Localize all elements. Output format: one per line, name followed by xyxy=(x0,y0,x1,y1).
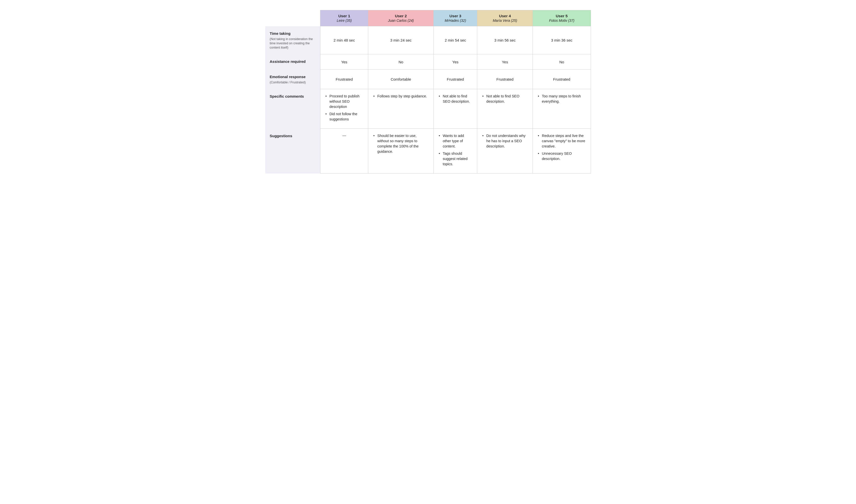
comments-user3-list: Not able to find SEO description. xyxy=(439,94,472,104)
suggestions-user1: — xyxy=(320,129,368,174)
user1-header: User 1 Leire (35) xyxy=(320,10,368,26)
suggestions-title: Suggestions xyxy=(270,134,316,138)
user2-detail: Juan Carlos (24) xyxy=(388,19,414,22)
suggestions-user4: Do not understands why he has to input a… xyxy=(477,129,533,174)
comments-row: Specific comments Proceed to publish wit… xyxy=(265,89,591,129)
suggestions-user5: Reduce steps and live the canvas "empty"… xyxy=(533,129,591,174)
emotional-label-cell: Emotional response (Comfortable / Frustr… xyxy=(265,70,320,89)
user2-header: User 2 Juan Carlos (24) xyxy=(368,10,434,26)
time-taking-label-cell: Time taking (Not taking in consideration… xyxy=(265,26,320,54)
list-item: Unnecessary SEO description. xyxy=(538,151,586,161)
assistance-row: Assistance required Yes No Yes Yes No xyxy=(265,54,591,70)
time-taking-title: Time taking xyxy=(270,31,316,36)
assistance-title: Assistance required xyxy=(270,59,316,64)
emotional-user4: Frustrated xyxy=(477,70,533,89)
emotional-row: Emotional response (Comfortable / Frustr… xyxy=(265,70,591,89)
assistance-user5: No xyxy=(533,54,591,70)
suggestions-row: Suggestions — Should be easier to use, w… xyxy=(265,129,591,174)
user4-detail: María Vera (25) xyxy=(493,19,517,22)
list-item: Proceed to publish without SEO descripti… xyxy=(326,94,363,109)
comments-label-cell: Specific comments xyxy=(265,89,320,129)
emotional-user2: Comfortable xyxy=(368,70,434,89)
comments-user4-list: Not able to find SEO description. xyxy=(482,94,528,104)
list-item: Reduce steps and live the canvas "empty"… xyxy=(538,133,586,149)
emotional-user3: Frustrated xyxy=(434,70,477,89)
comments-user2: Follows step by step guidance. xyxy=(368,89,434,129)
time-taking-user3: 2 min 54 sec xyxy=(434,26,477,54)
comments-user1-list: Proceed to publish without SEO descripti… xyxy=(326,94,363,122)
user4-name: User 4 xyxy=(481,14,528,18)
user5-name: User 5 xyxy=(537,14,587,18)
suggestions-user3: Wants to add other type of content. Tags… xyxy=(434,129,477,174)
time-taking-user1: 2 min 48 sec xyxy=(320,26,368,54)
list-item: Not able to find SEO description. xyxy=(439,94,472,104)
emotional-user1: Frustrated xyxy=(320,70,368,89)
user1-detail: Leire (35) xyxy=(337,19,352,22)
suggestions-user2-list: Should be easier to use, without so many… xyxy=(373,133,429,154)
assistance-user1: Yes xyxy=(320,54,368,70)
time-taking-row: Time taking (Not taking in consideration… xyxy=(265,26,591,54)
list-item: Wants to add other type of content. xyxy=(439,133,472,149)
assistance-user2: No xyxy=(368,54,434,70)
user3-header: User 3 MrHades (32) xyxy=(434,10,477,26)
user3-detail: MrHades (32) xyxy=(445,19,466,22)
header-row: User 1 Leire (35) User 2 Juan Carlos (24… xyxy=(265,10,591,26)
list-item: Not able to find SEO description. xyxy=(482,94,528,104)
comments-user2-list: Follows step by step guidance. xyxy=(373,94,429,99)
user5-header: User 5 Fotos Motiv (37) xyxy=(533,10,591,26)
list-item: Do not understands why he has to input a… xyxy=(482,133,528,149)
comments-user3: Not able to find SEO description. xyxy=(434,89,477,129)
time-taking-user5: 3 min 36 sec xyxy=(533,26,591,54)
time-taking-user2: 3 min 24 sec xyxy=(368,26,434,54)
suggestions-user4-list: Do not understands why he has to input a… xyxy=(482,133,528,149)
emotional-sublabel: (Comfortable / Frustrated) xyxy=(270,80,306,84)
list-item: Too many steps to finish everything. xyxy=(538,94,586,104)
user2-name: User 2 xyxy=(372,14,430,18)
suggestions-user1-dash: — xyxy=(343,133,346,138)
time-taking-user4: 3 min 56 sec xyxy=(477,26,533,54)
suggestions-user2: Should be easier to use, without so many… xyxy=(368,129,434,174)
comments-title: Specific comments xyxy=(270,94,316,98)
list-item: Follows step by step guidance. xyxy=(373,94,429,99)
comments-user4: Not able to find SEO description. xyxy=(477,89,533,129)
suggestions-user5-list: Reduce steps and live the canvas "empty"… xyxy=(538,133,586,161)
assistance-label-cell: Assistance required xyxy=(265,54,320,70)
comments-user5-list: Too many steps to finish everything. xyxy=(538,94,586,104)
suggestions-label-cell: Suggestions xyxy=(265,129,320,174)
suggestions-user3-list: Wants to add other type of content. Tags… xyxy=(439,133,472,167)
user3-name: User 3 xyxy=(438,14,473,18)
list-item: Tags should suggest related topics. xyxy=(439,151,472,167)
emotional-user5: Frustrated xyxy=(533,70,591,89)
list-item: Did not follow the suggestions xyxy=(326,111,363,122)
user1-name: User 1 xyxy=(325,14,364,18)
header-empty-cell xyxy=(265,10,320,26)
comparison-table: User 1 Leire (35) User 2 Juan Carlos (24… xyxy=(265,10,591,174)
comments-user5: Too many steps to finish everything. xyxy=(533,89,591,129)
emotional-title: Emotional response xyxy=(270,75,316,79)
user4-header: User 4 María Vera (25) xyxy=(477,10,533,26)
comments-user1: Proceed to publish without SEO descripti… xyxy=(320,89,368,129)
assistance-user3: Yes xyxy=(434,54,477,70)
time-taking-sublabel: (Not taking in consideration the time in… xyxy=(270,37,313,49)
assistance-user4: Yes xyxy=(477,54,533,70)
list-item: Should be easier to use, without so many… xyxy=(373,133,429,154)
user5-detail: Fotos Motiv (37) xyxy=(549,19,574,22)
